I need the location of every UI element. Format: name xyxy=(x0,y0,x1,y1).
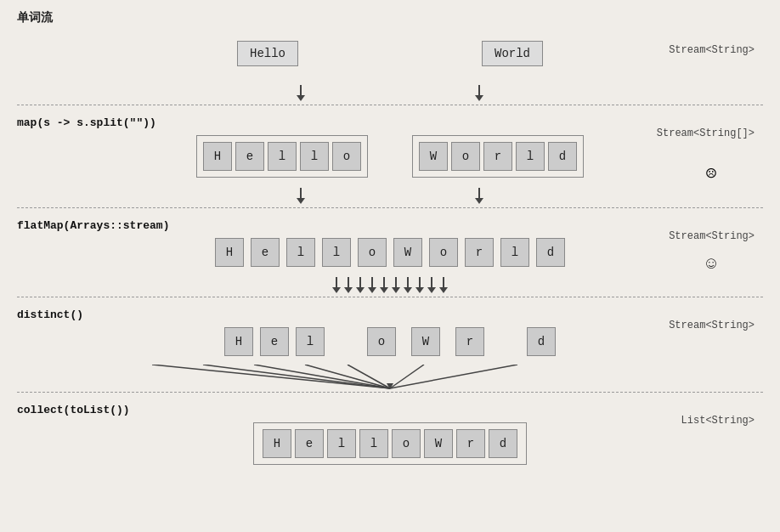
list-l2: l xyxy=(359,429,388,458)
flatmap-operation-label: flatMap(Arrays::stream) xyxy=(17,219,763,232)
arrow-flat-l1 xyxy=(356,277,365,293)
section-distinct: distinct() H e l o W r d Stream<String> xyxy=(17,301,763,365)
list-e: e xyxy=(295,429,324,458)
divider-2 xyxy=(17,207,763,208)
flat-l3: l xyxy=(500,238,529,267)
word-hello: Hello xyxy=(237,41,298,66)
arrow-world-map xyxy=(475,85,483,101)
flat-l1: l xyxy=(286,238,315,267)
arrow-flat-o xyxy=(380,277,388,293)
dist-o: o xyxy=(367,327,396,356)
section-flatmap: flatMap(Arrays::stream) H e l l o W o r … xyxy=(17,212,763,275)
dist-W: W xyxy=(411,327,440,356)
char-l1: l xyxy=(268,142,297,171)
section-collect: collect(toList()) H e l l o W r d List<S… xyxy=(17,396,763,473)
arrow-flat-d xyxy=(439,277,448,293)
stream-label-2: Stream<String> xyxy=(669,230,755,242)
arrow-flat-r xyxy=(415,277,424,293)
flat-o2: o xyxy=(429,238,458,267)
flat-e: e xyxy=(251,238,280,267)
char-H1: H xyxy=(203,142,232,171)
dist-d: d xyxy=(527,327,556,356)
arrow-flat-e xyxy=(344,277,353,293)
dist-H: H xyxy=(224,327,253,356)
flat-d: d xyxy=(536,238,565,267)
arrow-worldgroup-flat xyxy=(475,188,483,204)
arrow-flat-l2 xyxy=(368,277,376,293)
flat-W: W xyxy=(393,238,422,267)
diagram-container: 单词流 Hello World Stream<String> map(s -> … xyxy=(0,0,780,484)
list-d: d xyxy=(489,429,517,458)
char-l2: l xyxy=(300,142,329,171)
section-map: map(s -> s.split("")) H e l l o W o r l … xyxy=(17,109,763,186)
distinct-operation-label: distinct() xyxy=(17,308,763,321)
char-r1: r xyxy=(483,142,512,171)
list-result-group: H e l l o W r d xyxy=(253,422,527,465)
arrow-flat-H xyxy=(332,277,341,293)
svg-line-6 xyxy=(390,365,517,388)
arrow-hello-map xyxy=(297,85,305,101)
list-r: r xyxy=(456,429,485,458)
char-d1: d xyxy=(548,142,577,171)
stream-label-3: Stream<String> xyxy=(669,320,755,331)
arrow-flat-o2 xyxy=(404,277,412,293)
map-operation-label: map(s -> s.split("")) xyxy=(17,116,763,129)
list-W: W xyxy=(424,429,453,458)
dist-r: r xyxy=(455,327,484,356)
world-char-group: W o r l d xyxy=(412,135,584,178)
converging-svg xyxy=(101,365,679,390)
char-o2: o xyxy=(451,142,480,171)
arrow-flat-l3 xyxy=(427,277,436,293)
collect-operation-label: collect(toList()) xyxy=(17,404,763,416)
word-world: World xyxy=(482,41,543,66)
arrow-hellogroup-flat xyxy=(297,188,305,204)
arrow-flat-W xyxy=(392,277,400,293)
converging-arrows xyxy=(17,365,763,388)
divider-1 xyxy=(17,105,763,105)
flat-H: H xyxy=(215,238,244,267)
page-title: 单词流 xyxy=(17,10,763,25)
char-W1: W xyxy=(419,142,448,171)
svg-line-1 xyxy=(203,365,390,388)
stream-label-1: Stream<String[]> xyxy=(657,127,755,139)
svg-line-3 xyxy=(305,365,390,388)
char-e1: e xyxy=(235,142,264,171)
dist-l: l xyxy=(296,327,325,356)
dist-e: e xyxy=(260,327,289,356)
flat-o: o xyxy=(358,238,387,267)
flat-r: r xyxy=(465,238,494,267)
stream-label-4: List<String> xyxy=(681,415,755,427)
char-o1: o xyxy=(332,142,361,171)
hello-char-group: H e l l o xyxy=(196,135,368,178)
divider-3 xyxy=(17,297,763,297)
stream-label-0: Stream<String> xyxy=(669,44,755,56)
flat-l2: l xyxy=(322,238,351,267)
sad-emoji: ☹ xyxy=(706,163,716,184)
char-l3: l xyxy=(516,142,545,171)
list-l: l xyxy=(327,429,356,458)
list-H: H xyxy=(263,429,291,458)
section-input: Hello World Stream<String> xyxy=(17,32,763,83)
happy-emoji: ☺ xyxy=(706,254,716,274)
list-o: o xyxy=(392,429,421,458)
divider-4 xyxy=(17,392,763,393)
